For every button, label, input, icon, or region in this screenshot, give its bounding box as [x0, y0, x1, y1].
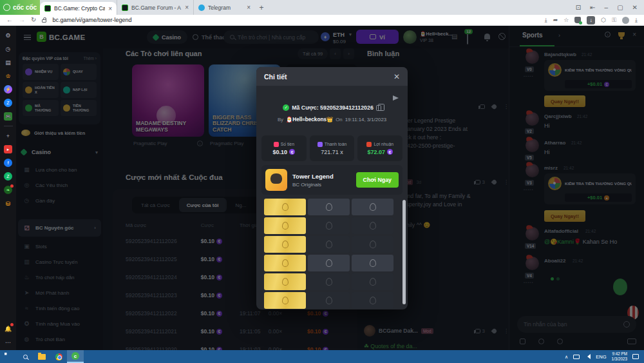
address-bar[interactable]: bc.game/vi/game/tower-legend: [52, 17, 538, 23]
forum-favicon: [122, 5, 128, 11]
search-icon: [23, 355, 28, 359]
tab-close-icon[interactable]: ×: [185, 4, 189, 11]
action-center-icon[interactable]: [632, 354, 639, 359]
forward-icon[interactable]: →: [19, 17, 25, 23]
notification-bell-icon[interactable]: 🔔: [4, 324, 12, 333]
nut-icon: [326, 203, 332, 211]
extensions-icon[interactable]: ⬡: [601, 17, 606, 23]
verified-icon: ✓: [283, 104, 289, 111]
browser-toolbar: ← → ↻ bc.game/vi/game/tower-legend ⤓ ➦ ☆…: [0, 15, 644, 26]
newsfeed-icon[interactable]: ▤: [4, 58, 12, 66]
nut-icon: [370, 278, 376, 286]
bookmark-star-icon[interactable]: ☆: [564, 17, 569, 23]
tower-cell-gold: [264, 273, 306, 290]
tower-cell-dim: [352, 273, 393, 290]
coccoc-logo-icon: [3, 4, 10, 11]
youtube-icon[interactable]: ▸: [4, 145, 12, 153]
file-explorer[interactable]: [33, 350, 50, 363]
taskbar-search[interactable]: [17, 350, 33, 363]
network-icon[interactable]: [573, 355, 580, 359]
add-icon[interactable]: +: [4, 132, 12, 140]
modal-close-icon[interactable]: ✕: [393, 72, 400, 81]
divider: [4, 126, 13, 126]
share-arrow-icon[interactable]: [393, 95, 399, 101]
messenger-icon[interactable]: ⚡: [4, 85, 12, 93]
coccoc-icon: c: [71, 352, 79, 360]
tab-search-icon[interactable]: ⊡: [576, 4, 581, 11]
nut-icon: [326, 297, 332, 304]
downloads-icon[interactable]: ⤓: [635, 17, 638, 23]
crown-vip-icon[interactable]: ♔: [4, 72, 12, 80]
tower-cell-gold: [264, 217, 306, 234]
nut-icon: [282, 222, 289, 230]
tab-close-icon[interactable]: ×: [247, 4, 251, 11]
new-tab-button[interactable]: +: [255, 0, 268, 15]
coccoc-app[interactable]: c: [67, 350, 84, 363]
tower-cell-gold: [264, 292, 306, 309]
settings-gear-icon[interactable]: ⚙: [4, 31, 12, 39]
nut-icon: [326, 222, 332, 230]
tab-title: BC.Game Forum - A Cryptoc...: [131, 5, 182, 11]
coin-icon: ₵: [289, 149, 295, 155]
zalo-green-icon[interactable]: Z: [4, 172, 12, 181]
bcgame-favicon: [44, 5, 51, 12]
nut-icon: [282, 240, 289, 248]
leaf-app-icon[interactable]: ❧: [4, 186, 12, 194]
nut-icon: [326, 240, 332, 248]
telegram-favicon: [198, 5, 205, 11]
browser-tab-telegram[interactable]: Telegram×: [193, 0, 255, 15]
play-now-button[interactable]: Chơi Ngay: [356, 172, 399, 188]
copy-icon[interactable]: [376, 105, 381, 111]
tray-expand-icon[interactable]: ∧: [565, 354, 569, 360]
close-button[interactable]: ✕: [632, 4, 638, 11]
language-indicator[interactable]: ENG: [596, 354, 606, 360]
folder-icon: [38, 354, 46, 360]
browser-tab-forum[interactable]: BC.Game Forum - A Cryptoc...×: [117, 0, 193, 15]
tab-close-icon[interactable]: ×: [108, 5, 112, 12]
back-icon[interactable]: ←: [6, 17, 13, 23]
more-icon[interactable]: ⋯: [4, 338, 12, 346]
bet-stats: Số tiền $0.10₵ Thanh toán 721.71 x Lợi n…: [261, 135, 402, 161]
share-icon[interactable]: ➦: [553, 17, 558, 23]
tower-legend-game-icon[interactable]: [265, 169, 287, 191]
nut-icon: [282, 259, 289, 267]
chrome-icon: [55, 353, 62, 360]
lock-icon[interactable]: [42, 19, 46, 23]
minimize-button[interactable]: –: [605, 4, 609, 11]
speaker-icon[interactable]: [585, 354, 591, 359]
tower-cell-gold: [264, 255, 306, 271]
chrome-app[interactable]: [50, 350, 67, 363]
profile-avatar-icon[interactable]: [622, 17, 629, 24]
cart-icon[interactable]: ⛁: [4, 199, 12, 208]
amount-icon: [274, 142, 279, 147]
stat-amount: Số tiền $0.10₵: [261, 135, 307, 161]
stat-payout: Thanh toán 721.71 x: [310, 135, 355, 161]
reload-icon[interactable]: ↻: [31, 17, 36, 23]
taskbar-clock[interactable]: 9:42 PM1/3/2023: [611, 351, 627, 362]
download-tray-icon[interactable]: ⤓: [545, 17, 547, 23]
tower-cell-gold: [264, 199, 306, 215]
facebook-icon[interactable]: f: [4, 159, 12, 167]
tower-cell-lit: [308, 255, 350, 271]
bet-id-value: 59205239412112026: [320, 104, 374, 111]
browser-tab-strip: cốc cốc BC.Game: Crypto Casino Gan× BC.G…: [0, 0, 644, 15]
password-key-icon[interactable]: ⚿: [612, 17, 616, 23]
modal-title: Chi tiết: [264, 73, 393, 81]
tower-cell-dim: [352, 217, 393, 234]
modal-scrollbar[interactable]: [402, 200, 406, 304]
game-title: Tower Legend: [292, 173, 334, 180]
start-button[interactable]: [0, 350, 17, 363]
coccoc-side-strip: ⚙ ◷ ▤ ♔ ⚡ Z 🎮 + ▸ f Z ❧ ⛁ 🔔 ⋯: [0, 26, 16, 350]
adblock-shield-icon[interactable]: [574, 17, 581, 23]
nut-icon: [282, 203, 289, 211]
tower-cell-lit: [352, 255, 393, 271]
coccoc-brand[interactable]: cốc cốc: [0, 0, 40, 15]
zalo-icon[interactable]: Z: [4, 99, 12, 107]
tab-restore-icon[interactable]: ⇤: [590, 4, 595, 11]
history-icon[interactable]: ◷: [4, 44, 12, 53]
gamepad-icon[interactable]: 🎮: [4, 112, 12, 121]
player-name[interactable]: 🎅Hell≈beckons👑: [286, 116, 333, 123]
download-manager-icon[interactable]: ↓: [587, 16, 595, 25]
browser-tab-bcgame[interactable]: BC.Game: Crypto Casino Gan×: [40, 2, 117, 15]
maximize-button[interactable]: ▢: [617, 4, 623, 11]
